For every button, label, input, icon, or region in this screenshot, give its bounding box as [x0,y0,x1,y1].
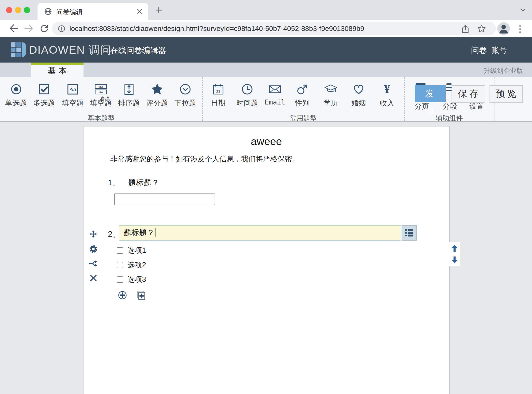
option-checkbox[interactable] [117,262,123,268]
reload-icon[interactable] [39,24,49,33]
group-label-common: 常用题型 [275,114,331,123]
dropdown-icon [172,82,198,97]
brand-name: DIAOWEN 调问 [29,43,112,57]
tool-checkbox-question[interactable]: 多选题 [31,82,57,108]
question-1-number: 1、 [108,178,120,187]
survey-title[interactable]: aweee [84,135,449,148]
new-tab-icon[interactable] [155,7,162,14]
survey-card: aweee 非常感谢您的参与！如有涉及个人信息，我们将严格保密。 1、 题标题？… [83,126,450,394]
svg-text:Aa: Aa [99,85,103,88]
tool-date-question[interactable]: 31 日期 [205,82,231,108]
toolbar-group-divider [0,112,532,112]
globe-favicon-icon [44,7,52,16]
tool-score-question[interactable]: 评分题 [144,82,170,108]
survey-designer-page: { "browser": { "tab": { "title": "问卷编辑" … [0,0,532,394]
nav-survey[interactable]: 问卷 [471,45,487,56]
multi-fill-blank-icon: AaAa [88,82,114,97]
option-label: 选项2 [127,261,146,269]
window-close-button[interactable] [6,7,12,13]
tool-email-question[interactable]: Email [262,82,288,106]
option-checkbox[interactable] [117,276,123,283]
option-label: 选项1 [127,246,146,254]
segment-icon-fragment [446,87,452,88]
toolbar-divider [404,77,405,121]
move-up-icon[interactable] [451,244,458,253]
tab-dropdown-icon[interactable] [520,7,526,13]
survey-note[interactable]: 非常感谢您的参与！如有涉及个人信息，我们将严格保密。 [110,154,299,164]
question-1-answer-input[interactable] [114,193,215,205]
url-omnibox[interactable]: localhost:8083/static/diaowen/design.htm… [52,22,496,35]
tool-radio-question[interactable]: 单选题 [3,82,29,108]
upgrade-link[interactable]: 升级到企业版 [484,66,523,75]
tool-marriage-question[interactable]: 婚姻 [346,82,372,108]
browser-menu-icon[interactable] [519,25,521,33]
back-icon[interactable] [8,24,19,33]
batch-add-option-icon[interactable] [136,290,146,300]
segment-icon-fragment [446,90,452,91]
preview-button[interactable]: 预览 [489,85,523,103]
option-row: 选项1 [117,245,146,253]
design-canvas: aweee 非常感谢您的参与！如有涉及个人信息，我们将严格保密。 1、 题标题？… [0,123,532,394]
tool-dropdown-question[interactable]: 下拉题 [172,82,198,108]
question-1-title: 题标题？ [128,178,159,187]
calendar-icon: 31 [205,82,231,97]
toolbar-divider [202,77,203,121]
sort-icon [116,82,142,97]
tool-education-question[interactable]: 学历 [318,82,344,108]
text-caret [155,228,156,237]
option-row: 选项2 [117,260,146,268]
question-1[interactable]: 1、 题标题？ [108,177,159,188]
option-checkbox[interactable] [117,247,123,254]
tool-multi-fill-blank-question[interactable]: AaAa 多项 填空题 [88,82,114,108]
tool-settings[interactable]: 设置 [463,101,491,111]
star-rating-icon [144,82,170,97]
yuan-icon: ¥ [374,82,400,97]
move-down-icon[interactable] [451,256,458,264]
tool-fill-blank-question[interactable]: Aa 填空题 [60,82,86,108]
tab-title: 问卷编辑 [56,8,83,17]
group-label-basic: 基本题型 [73,114,129,123]
question-2-title-text: 题标题？ [124,228,154,237]
question-2-title-input[interactable]: 题标题？ [119,225,401,241]
bookmark-star-icon[interactable] [477,24,486,33]
tool-time-question[interactable]: 时间题 [234,82,260,108]
browser-tab[interactable]: 问卷编辑 [37,3,148,20]
tool-sort-question[interactable]: 排序题 [116,82,142,108]
site-info-icon[interactable] [58,25,65,33]
tool-gender-question[interactable]: 性别 [289,82,315,108]
multi-tag: 多项 [101,96,110,102]
ribbon-tab-row: 基本 升级到企业版 [0,62,532,77]
share-icon[interactable] [461,24,470,34]
browser-profile-avatar[interactable] [497,22,510,35]
move-icon[interactable] [89,230,99,239]
publish-button[interactable]: 发布 [415,85,446,102]
option-row: 选项3 [117,275,146,282]
option-list-button[interactable] [402,225,417,241]
tab-close-icon[interactable] [136,8,143,15]
male-gender-icon [289,82,315,97]
forward-icon[interactable] [24,24,34,33]
logic-branch-icon[interactable] [89,259,99,268]
radio-icon [3,82,29,97]
fill-blank-icon: Aa [60,82,86,97]
save-button[interactable]: 保存 [452,85,485,103]
tool-income-question[interactable]: ¥ 收入 [374,82,400,108]
browser-toolbar: localhost:8083/static/diaowen/design.htm… [0,20,532,37]
delete-icon[interactable] [89,274,99,282]
svg-text:31: 31 [216,89,220,93]
checkbox-icon [31,82,57,97]
tab-basic[interactable]: 基本 [31,62,84,77]
option-label: 选项3 [127,275,146,283]
question-2-tools [89,230,99,288]
nav-account[interactable]: 账号 [491,45,507,56]
url-text: localhost:8083/static/diaowen/design.htm… [69,25,364,33]
window-zoom-button[interactable] [24,7,30,13]
question-move-panel [449,242,460,266]
question-type-toolbar: 单选题 多选题 Aa 填空题 AaAa 多项 填空题 排序题 评分题 下 [0,77,532,122]
gear-icon[interactable] [89,244,99,254]
window-minimize-button[interactable] [15,7,21,13]
svg-text:¥: ¥ [384,83,390,96]
add-option-icon[interactable] [118,290,127,300]
app-title: 在线问卷编辑器 [110,45,166,56]
browser-tab-strip: 问卷编辑 [0,0,532,20]
